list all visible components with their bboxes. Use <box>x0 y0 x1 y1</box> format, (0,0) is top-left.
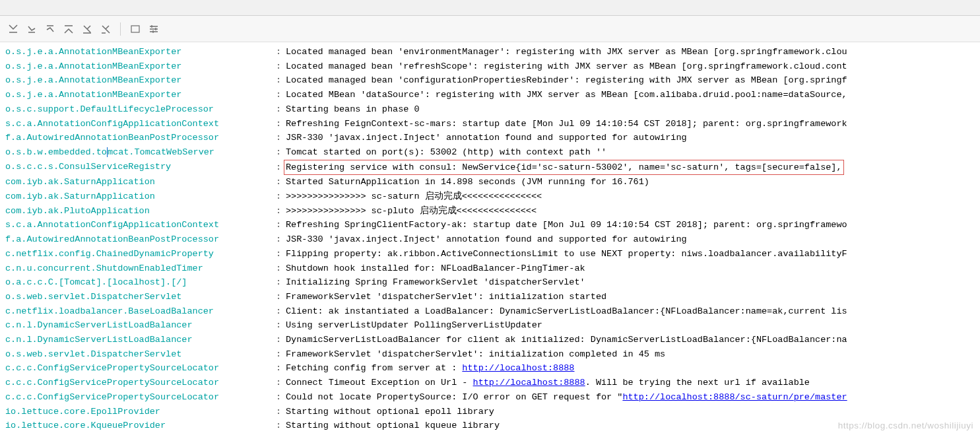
log-row: c.n.l.DynamicServerListLoadBalancer:Usin… <box>5 318 975 333</box>
logger-name: io.lettuce.core.EpollProvider <box>5 405 276 419</box>
log-message: Connect Timeout Exception on Url - http:… <box>286 378 810 388</box>
separator: : <box>276 390 286 405</box>
logger-name: c.c.c.ConfigServicePropertySourceLocator <box>5 390 276 405</box>
separator: : <box>276 361 286 376</box>
log-message: Refreshing SpringClientFactory-ak: start… <box>286 220 847 230</box>
separator: : <box>276 333 286 347</box>
separator: : <box>276 131 286 145</box>
log-message: Shutdown hook installed for: NFLoadBalan… <box>286 263 585 273</box>
log-message: Located MBean 'dataSource': registering … <box>286 90 847 100</box>
log-row: c.netflix.config.ChainedDynamicProperty:… <box>5 247 975 261</box>
logger-name: o.s.web.servlet.DispatcherServlet <box>5 290 276 304</box>
log-message: >>>>>>>>>>>>>>> sc-saturn 启动完成<<<<<<<<<<… <box>286 191 542 201</box>
logger-name: o.s.b.w.embedded.tomcat.TomcatWebServer <box>5 145 276 160</box>
log-row: c.n.u.concurrent.ShutdownEnabledTimer:Sh… <box>5 261 975 276</box>
scroll-down-icon[interactable] <box>25 22 38 36</box>
log-message: JSR-330 'javax.inject.Inject' annotation… <box>286 234 687 244</box>
logger-name: com.iyb.ak.PlutoApplication <box>5 204 276 219</box>
log-row: com.iyb.ak.SaturnApplication:>>>>>>>>>>>… <box>5 189 975 204</box>
log-row: o.a.c.c.C.[Tomcat].[localhost].[/]:Initi… <box>5 275 975 290</box>
separator: : <box>276 204 286 219</box>
console-toolbar <box>0 16 980 42</box>
log-row: o.s.c.support.DefaultLifecycleProcessor:… <box>5 102 975 117</box>
svg-rect-0 <box>131 26 139 32</box>
export-icon[interactable] <box>99 22 112 36</box>
logger-name: o.s.web.servlet.DispatcherServlet <box>5 347 276 362</box>
url-link[interactable]: http://localhost:8888 <box>473 378 585 388</box>
logger-name: c.c.c.ConfigServicePropertySourceLocator <box>5 376 276 390</box>
logger-name: s.c.a.AnnotationConfigApplicationContext <box>5 117 276 131</box>
log-message: Located managed bean 'environmentManager… <box>286 47 847 57</box>
scroll-up-left-icon[interactable] <box>44 22 57 36</box>
separator: : <box>276 290 286 304</box>
watermark: https://blog.csdn.net/woshilijiuyi <box>838 419 973 433</box>
log-message: Located managed bean 'refreshScope': reg… <box>286 61 847 71</box>
log-row: c.netflix.loadbalancer.BaseLoadBalancer:… <box>5 304 975 319</box>
log-row: o.s.web.servlet.DispatcherServlet:Framew… <box>5 290 975 304</box>
separator: : <box>276 419 286 433</box>
log-row: c.c.c.ConfigServicePropertySourceLocator… <box>5 361 975 376</box>
log-message: Starting without optional kqueue library <box>286 421 500 430</box>
console-output[interactable]: o.s.j.e.a.AnnotationMBeanExporter:Locate… <box>0 42 980 436</box>
log-row: com.iyb.ak.PlutoApplication:>>>>>>>>>>>>… <box>5 204 975 219</box>
url-link[interactable]: http://localhost:8888/sc-saturn/pre/mast… <box>622 392 847 402</box>
logger-name: c.n.l.DynamicServerListLoadBalancer <box>5 318 276 333</box>
separator: : <box>276 175 286 189</box>
logger-name: c.netflix.config.ChainedDynamicProperty <box>5 247 276 261</box>
log-row: o.s.j.e.a.AnnotationMBeanExporter:Locate… <box>5 88 975 102</box>
separator: : <box>276 275 286 290</box>
log-message: FrameworkServlet 'dispatcherServlet': in… <box>286 349 665 359</box>
log-row: s.c.a.AnnotationConfigApplicationContext… <box>5 218 975 232</box>
separator: : <box>276 189 286 204</box>
log-row: c.n.l.DynamicServerListLoadBalancer:Dyna… <box>5 333 975 347</box>
logger-name: o.s.j.e.a.AnnotationMBeanExporter <box>5 45 276 59</box>
log-row: o.s.j.e.a.AnnotationMBeanExporter:Locate… <box>5 73 975 88</box>
log-row: io.lettuce.core.KqueueProvider:Starting … <box>5 419 975 433</box>
clear-icon[interactable] <box>81 22 94 36</box>
logger-name: c.netflix.loadbalancer.BaseLoadBalancer <box>5 304 276 319</box>
logger-name: c.c.c.ConfigServicePropertySourceLocator <box>5 361 276 376</box>
logger-name: o.s.c.support.DefaultLifecycleProcessor <box>5 102 276 117</box>
separator: : <box>276 376 286 390</box>
log-message: Could not locate PropertySource: I/O err… <box>286 392 847 402</box>
log-message: Refreshing FeignContext-sc-mars: startup… <box>286 119 847 129</box>
log-row: f.a.AutowiredAnnotationBeanPostProcessor… <box>5 232 975 247</box>
tabs-bar <box>0 0 980 16</box>
log-row: s.c.a.AnnotationConfigApplicationContext… <box>5 117 975 131</box>
separator: : <box>276 347 286 362</box>
settings-icon[interactable] <box>147 22 160 36</box>
scroll-to-end-icon[interactable] <box>7 22 20 36</box>
soft-wrap-icon[interactable] <box>129 22 142 36</box>
logger-name: com.iyb.ak.SaturnApplication <box>5 175 276 189</box>
logger-name: o.s.c.c.s.ConsulServiceRegistry <box>5 160 276 174</box>
log-row: f.a.AutowiredAnnotationBeanPostProcessor… <box>5 131 975 145</box>
log-message: Fetching config from server at : http://… <box>286 363 574 373</box>
logger-name: o.s.j.e.a.AnnotationMBeanExporter <box>5 88 276 102</box>
url-link[interactable]: http://localhost:8888 <box>462 363 574 373</box>
log-message: FrameworkServlet 'dispatcherServlet': in… <box>286 292 606 302</box>
logger-name: c.n.l.DynamicServerListLoadBalancer <box>5 333 276 347</box>
logger-name: com.iyb.ak.SaturnApplication <box>5 189 276 204</box>
separator: : <box>276 59 286 74</box>
log-row: o.s.c.c.s.ConsulServiceRegistry:Register… <box>5 160 975 176</box>
logger-name: o.a.c.c.C.[Tomcat].[localhost].[/] <box>5 275 276 290</box>
log-row: o.s.j.e.a.AnnotationMBeanExporter:Locate… <box>5 45 975 59</box>
log-message: Located managed bean 'configurationPrope… <box>286 75 847 85</box>
log-row: c.c.c.ConfigServicePropertySourceLocator… <box>5 390 975 405</box>
separator: : <box>276 304 286 319</box>
log-message: DynamicServerListLoadBalancer for client… <box>286 335 847 345</box>
separator: : <box>276 102 286 117</box>
log-message: Initializing Spring FrameworkServlet 'di… <box>286 277 585 287</box>
log-message: Tomcat started on port(s): 53002 (http) … <box>286 147 606 157</box>
scroll-to-top-icon[interactable] <box>62 22 75 36</box>
log-message: JSR-330 'javax.inject.Inject' annotation… <box>286 133 687 143</box>
separator: : <box>276 261 286 276</box>
log-row: o.s.j.e.a.AnnotationMBeanExporter:Locate… <box>5 59 975 74</box>
separator: : <box>276 405 286 419</box>
separator: : <box>276 318 286 333</box>
log-message: Starting beans in phase 0 <box>286 104 420 114</box>
log-row: io.lettuce.core.EpollProvider:Starting w… <box>5 405 975 419</box>
log-message: >>>>>>>>>>>>>>> sc-pluto 启动完成<<<<<<<<<<<… <box>286 206 537 216</box>
log-message: Started SaturnApplication in 14.898 seco… <box>286 177 649 187</box>
log-row: o.s.b.w.embedded.tomcat.TomcatWebServer:… <box>5 145 975 160</box>
